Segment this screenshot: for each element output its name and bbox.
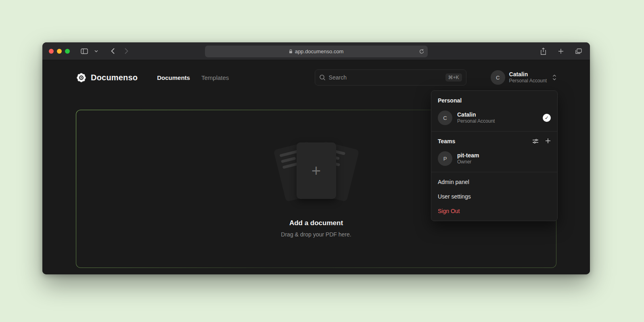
menu-personal-account-item[interactable]: C Catalin Personal Account ✓ — [431, 107, 557, 129]
sidebar-toggle-icon[interactable] — [79, 46, 89, 56]
browser-titlebar: app.documenso.com — [42, 42, 590, 60]
url-text: app.documenso.com — [295, 48, 344, 54]
card-line — [279, 150, 299, 157]
search-shortcut-badge: ⌘+K — [445, 73, 462, 82]
forward-button[interactable] — [121, 46, 131, 56]
traffic-lights — [49, 49, 70, 54]
document-cards-illustration: + — [272, 140, 361, 205]
brand-name: Documenso — [91, 73, 138, 82]
account-dropdown-menu: Personal C Catalin Personal Account ✓ Te… — [431, 90, 558, 221]
dropzone-subtitle: Drag & drop your PDF here. — [281, 231, 351, 238]
add-team-icon[interactable] — [545, 138, 551, 144]
menu-item-admin-panel[interactable]: Admin panel — [431, 175, 557, 189]
card-line — [281, 157, 296, 163]
account-type: Personal Account — [509, 78, 547, 84]
team-role: Owner — [457, 159, 479, 165]
lock-icon — [289, 49, 293, 54]
dropzone-title: Add a document — [289, 219, 343, 227]
menu-divider — [431, 131, 557, 132]
nav-item-templates[interactable]: Templates — [201, 74, 229, 81]
close-window-button[interactable] — [49, 49, 54, 54]
brand[interactable]: Documenso — [76, 72, 138, 83]
card-front: + — [297, 142, 336, 199]
search-bar[interactable]: ⌘+K — [315, 69, 466, 86]
menu-account-type: Personal Account — [457, 118, 495, 125]
account-name: Catalin — [509, 71, 547, 78]
app-header: Documenso Documents Templates ⌘+K C Cata… — [76, 60, 556, 95]
avatar: C — [438, 111, 452, 125]
documenso-logo-icon — [76, 72, 87, 83]
address-bar[interactable]: app.documenso.com — [205, 46, 428, 57]
main-nav: Documents Templates — [157, 74, 229, 81]
account-menu-trigger[interactable]: C Catalin Personal Account — [491, 70, 556, 85]
nav-item-documents[interactable]: Documents — [157, 74, 190, 81]
menu-teams-header-row: Teams — [431, 134, 557, 148]
new-tab-icon[interactable] — [556, 46, 566, 56]
chevron-down-icon[interactable] — [93, 46, 99, 56]
tab-overview-icon[interactable] — [574, 46, 583, 56]
share-icon[interactable] — [538, 46, 548, 56]
search-input[interactable] — [329, 74, 442, 81]
menu-item-user-settings[interactable]: User settings — [431, 189, 557, 204]
browser-window: app.documenso.com — [42, 42, 590, 274]
zoom-window-button[interactable] — [65, 49, 70, 54]
chevron-up-down-icon — [552, 74, 556, 81]
menu-teams-header: Teams — [438, 138, 455, 144]
menu-divider — [431, 172, 557, 172]
minimize-window-button[interactable] — [57, 49, 62, 54]
menu-personal-header: Personal — [431, 93, 557, 107]
search-icon — [319, 74, 326, 81]
plus-icon: + — [312, 163, 321, 179]
avatar: P — [438, 151, 452, 166]
menu-item-sign-out[interactable]: Sign Out — [431, 204, 557, 218]
manage-teams-icon[interactable] — [532, 138, 539, 144]
avatar: C — [491, 70, 505, 85]
menu-account-name: Catalin — [457, 111, 495, 118]
team-name: pit-team — [457, 152, 479, 159]
menu-team-item[interactable]: P pit-team Owner — [431, 148, 557, 169]
back-button[interactable] — [108, 46, 117, 56]
reload-icon[interactable] — [419, 49, 424, 54]
selected-check-icon: ✓ — [543, 114, 551, 122]
